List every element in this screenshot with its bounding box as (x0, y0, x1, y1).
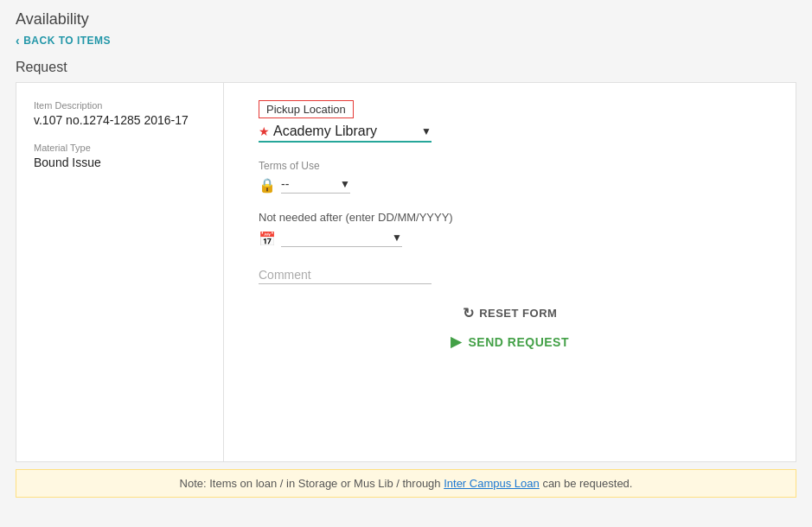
left-panel: Item Description v.107 no.1274-1285 2016… (16, 83, 224, 461)
date-placeholder (281, 231, 388, 244)
material-type-label: Material Type (34, 143, 206, 153)
comment-section (259, 268, 761, 284)
item-description-label: Item Description (34, 100, 206, 111)
material-type-value: Bound Issue (34, 156, 206, 169)
footer-note-suffix: can be requested. (540, 477, 633, 490)
comment-input[interactable] (259, 268, 432, 284)
not-needed-section: Not needed after (enter DD/MM/YYYY) 📅 ▼ (259, 211, 761, 247)
pickup-location-select[interactable]: ★ Academy Library ▼ (259, 124, 432, 143)
inter-campus-loan-link[interactable]: Inter Campus Loan (444, 477, 540, 490)
terms-dropdown-arrow-icon[interactable]: ▼ (340, 178, 350, 190)
chevron-left-icon: ‹ (16, 34, 20, 48)
footer-note: Note: Items on loan / in Storage or Mus … (16, 469, 796, 498)
calendar-icon: 📅 (259, 231, 276, 247)
back-link-label: BACK TO ITEMS (23, 35, 111, 47)
required-star-icon: ★ (259, 124, 270, 138)
terms-section: Terms of Use 🔒 -- ▼ (259, 160, 761, 194)
section-title: Request (0, 56, 812, 82)
reset-form-button[interactable]: ↻ RESET FORM (463, 305, 558, 321)
terms-of-use-value: -- (281, 177, 336, 191)
footer-note-text: Note: Items on loan / in Storage or Mus … (180, 477, 444, 490)
pickup-location-value: Academy Library (273, 124, 418, 139)
pickup-dropdown-arrow-icon[interactable]: ▼ (421, 125, 432, 137)
pickup-location-label: Pickup Location (259, 100, 354, 118)
action-buttons: ↻ RESET FORM ▶ SEND REQUEST (259, 305, 761, 350)
terms-of-use-select[interactable]: -- ▼ (281, 177, 350, 194)
send-icon: ▶ (451, 333, 462, 350)
item-description-value: v.107 no.1274-1285 2016-17 (34, 113, 206, 127)
form-card: Item Description v.107 no.1274-1285 2016… (16, 82, 796, 462)
date-dropdown-arrow-icon[interactable]: ▼ (392, 232, 402, 244)
send-request-button[interactable]: ▶ SEND REQUEST (451, 333, 569, 350)
pickup-location-section: Pickup Location ★ Academy Library ▼ (259, 100, 761, 143)
date-input[interactable]: ▼ (281, 231, 402, 247)
back-to-items-link[interactable]: ‹ BACK TO ITEMS (16, 34, 111, 48)
reset-icon: ↻ (463, 305, 475, 321)
lock-icon: 🔒 (259, 177, 276, 194)
not-needed-label: Not needed after (enter DD/MM/YYYY) (259, 211, 761, 224)
send-label: SEND REQUEST (469, 335, 569, 349)
right-panel: Pickup Location ★ Academy Library ▼ Term… (224, 83, 796, 461)
page-title: Availability (16, 10, 796, 29)
reset-label: RESET FORM (479, 307, 557, 320)
terms-of-use-label: Terms of Use (259, 160, 761, 172)
